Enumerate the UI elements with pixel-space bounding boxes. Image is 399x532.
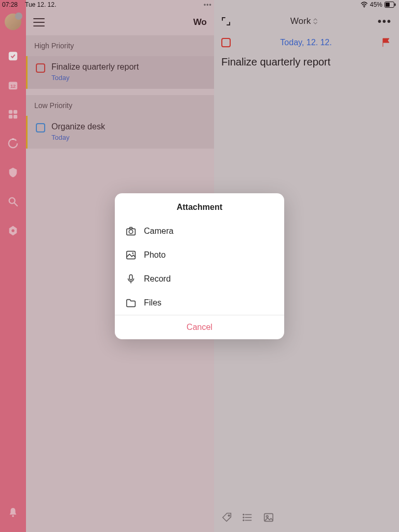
attachment-modal: Attachment Camera Photo Record Files Can…	[115, 193, 284, 339]
camera-icon	[125, 225, 137, 237]
modal-item-camera[interactable]: Camera	[115, 219, 284, 243]
folder-icon	[125, 297, 137, 309]
modal-item-photo[interactable]: Photo	[115, 243, 284, 267]
photo-icon	[125, 249, 137, 261]
modal-item-label: Photo	[144, 250, 166, 260]
modal-item-label: Record	[144, 274, 171, 284]
modal-item-record[interactable]: Record	[115, 267, 284, 291]
mic-icon	[125, 273, 137, 285]
modal-item-label: Camera	[144, 227, 174, 236]
modal-overlay[interactable]: Attachment Camera Photo Record Files Can…	[0, 0, 399, 532]
svg-rect-30	[129, 274, 132, 280]
modal-title: Attachment	[115, 193, 284, 219]
modal-cancel-button[interactable]: Cancel	[115, 315, 284, 339]
modal-item-files[interactable]: Files	[115, 291, 284, 315]
svg-point-29	[132, 252, 134, 254]
svg-point-27	[129, 230, 132, 233]
modal-item-label: Files	[144, 298, 162, 308]
